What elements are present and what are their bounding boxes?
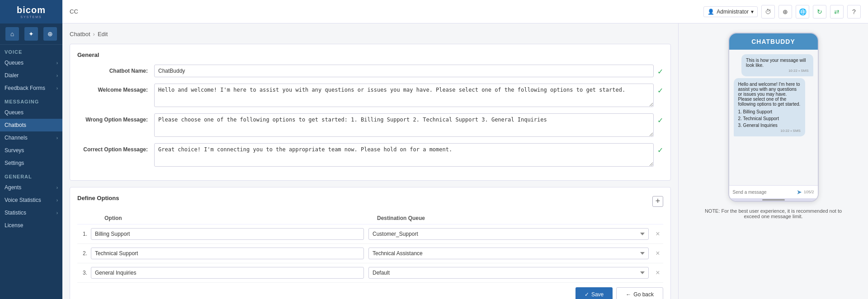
home-icon-btn[interactable]: ⌂ (5, 27, 19, 41)
option-remove-btn-2[interactable]: × (652, 248, 663, 259)
phone-body: This is how your message will look like.… (729, 50, 818, 185)
chatbot-name-label: Chatbot Name: (77, 65, 154, 74)
content-area: Chatbot › Edit General Chatbot Name: ✓ W (62, 23, 868, 299)
wrong-option-wrap: Please choose one of the following optio… (154, 113, 663, 137)
sidebar-icon-row: ⌂ ✦ ⊕ (0, 23, 62, 45)
general-section-header: GENERAL (0, 169, 62, 181)
option-remove-btn-1[interactable]: × (652, 229, 663, 239)
general-card: General Chatbot Name: ✓ Welcome Message:… (70, 44, 671, 181)
breadcrumb-sep: › (93, 31, 95, 37)
voice-section-header: VOICE (0, 45, 62, 56)
breadcrumb-parent[interactable]: Chatbot (70, 31, 90, 37)
sidebar-item-dialer[interactable]: Dialer› (0, 69, 62, 82)
option-dest-select-1[interactable]: Customer_Support Technical Assistance De… (368, 228, 649, 240)
topbar-right: 👤 Administrator ▾ ⏱ ⊕ 🌐 ↻ ⇄ ? (703, 5, 861, 19)
sidebar-logo: bicom SYSTEMS (0, 0, 62, 23)
option-col-header: Option (91, 215, 377, 221)
share-icon-btn[interactable]: ⊕ (43, 27, 57, 41)
network-icon-btn[interactable]: 🌐 (796, 5, 809, 19)
correct-option-check-icon: ✓ (657, 146, 663, 154)
preview-note: NOTE: For the best user experience, it i… (701, 208, 846, 219)
sidebar-item-queues-voice[interactable]: Queues› (0, 56, 62, 69)
logo-text: bicom (17, 5, 46, 15)
chevron-icon: › (57, 61, 58, 65)
chatbot-name-check-icon: ✓ (657, 67, 663, 76)
dest-col-header: Destination Queue (377, 215, 650, 221)
add-option-button[interactable]: + (652, 196, 663, 207)
sidebar-item-queues-messaging[interactable]: Queues (0, 106, 62, 119)
chatbot-name-input[interactable] (154, 65, 654, 77)
chevron-icon: › (57, 198, 58, 203)
breadcrumb-current: Edit (98, 31, 108, 37)
help-icon-btn[interactable]: ? (847, 5, 861, 19)
preview-panel: CHATBUDDY This is how your message will … (678, 23, 868, 299)
save-button[interactable]: ✓ Save (576, 287, 613, 299)
phone-send-icon[interactable]: ➤ (797, 188, 802, 196)
preview-msg-1: This is how your message will look like.… (741, 54, 813, 76)
chevron-icon: › (57, 73, 58, 78)
option-dest-select-2[interactable]: Customer_Support Technical Assistance De… (368, 248, 649, 259)
sync-icon-btn[interactable]: ⇄ (830, 5, 844, 19)
phone-mockup: CHATBUDDY This is how your message will … (728, 33, 819, 202)
topbar: CC 👤 Administrator ▾ ⏱ ⊕ 🌐 ↻ ⇄ ? (62, 0, 868, 23)
chevron-icon: › (57, 86, 58, 91)
breadcrumb: Chatbot › Edit (70, 31, 671, 37)
sidebar-item-feedback-forms[interactable]: Feedback Forms› (0, 82, 62, 94)
sidebar-item-surveys[interactable]: Surveys (0, 144, 62, 157)
sidebar-item-statistics[interactable]: Statistics› (0, 206, 62, 219)
back-arrow-icon: ← (626, 291, 631, 298)
define-options-card: Define Options + Option Destination Queu… (70, 187, 671, 299)
wrong-option-input[interactable]: Please choose one of the following optio… (154, 113, 654, 137)
general-section-title: General (77, 51, 663, 58)
phone-header: CHATBUDDY (729, 33, 818, 50)
phone-home-bar (729, 198, 818, 201)
chatbot-name-row: Chatbot Name: ✓ (77, 65, 663, 77)
refresh-icon-btn[interactable]: ↻ (813, 5, 826, 19)
option-row-2: 2. Customer_Support Technical Assistance… (77, 244, 663, 263)
option-dest-select-3[interactable]: Customer_Support Technical Assistance De… (368, 267, 649, 279)
sidebar-item-settings[interactable]: Settings (0, 157, 62, 169)
define-options-title: Define Options (77, 195, 119, 201)
correct-option-input[interactable]: Great choice! I'm connecting you to the … (154, 143, 654, 167)
user-label: Administrator (717, 9, 749, 15)
msg1-time: 10:22 • SMS (746, 69, 808, 73)
option-input-2[interactable] (91, 248, 364, 259)
sidebar-item-agents[interactable]: Agents› (0, 181, 62, 194)
option-row-3: 3. Customer_Support Technical Assistance… (77, 263, 663, 283)
logo-sub: SYSTEMS (17, 15, 46, 19)
correct-option-wrap: Great choice! I'm connecting you to the … (154, 143, 663, 167)
main-content: CC 👤 Administrator ▾ ⏱ ⊕ 🌐 ↻ ⇄ ? Chatbot… (62, 0, 868, 299)
welcome-message-input[interactable]: Hello and welcome! I'm here to assist yo… (154, 84, 654, 107)
chatbot-name-wrap: ✓ (154, 65, 663, 77)
chevron-icon: › (57, 135, 58, 140)
sidebar-item-voice-statistics[interactable]: Voice Statistics› (0, 194, 62, 206)
chevron-icon: › (57, 185, 58, 190)
welcome-message-label: Welcome Message: (77, 84, 154, 93)
phone-message-input[interactable] (733, 190, 795, 195)
wrong-option-check-icon: ✓ (657, 116, 663, 125)
options-table-header: Option Destination Queue (77, 212, 663, 224)
chevron-icon: › (57, 210, 58, 215)
option-num-3: 3. (77, 270, 91, 276)
goback-button[interactable]: ← Go back (616, 287, 663, 299)
sidebar-item-license[interactable]: License (0, 219, 62, 232)
phone-input-row: ➤ 105/2 (729, 185, 818, 198)
option-remove-btn-3[interactable]: × (652, 267, 663, 278)
option-num-1: 1. (77, 231, 91, 237)
option-num-2: 2. (77, 250, 91, 257)
sidebar: bicom SYSTEMS ⌂ ✦ ⊕ VOICE Queues› Dialer… (0, 0, 62, 299)
welcome-message-check-icon: ✓ (657, 86, 663, 95)
clock-icon-btn[interactable]: ⏱ (761, 5, 775, 19)
option-input-1[interactable] (91, 228, 364, 240)
checkmark-icon: ✓ (585, 291, 589, 298)
sidebar-item-channels[interactable]: Channels› (0, 131, 62, 144)
globe-icon-btn[interactable]: ⊕ (778, 5, 792, 19)
sidebar-item-chatbots[interactable]: Chatbots (0, 119, 62, 131)
actions-row: ✓ Save ← Go back (77, 287, 663, 299)
welcome-message-wrap: Hello and welcome! I'm here to assist yo… (154, 84, 663, 107)
wrong-option-row: Wrong Option Message: Please choose one … (77, 113, 663, 137)
option-input-3[interactable] (91, 267, 364, 279)
topbar-user[interactable]: 👤 Administrator ▾ (703, 6, 758, 17)
star-icon-btn[interactable]: ✦ (24, 27, 38, 41)
welcome-message-row: Welcome Message: Hello and welcome! I'm … (77, 84, 663, 107)
